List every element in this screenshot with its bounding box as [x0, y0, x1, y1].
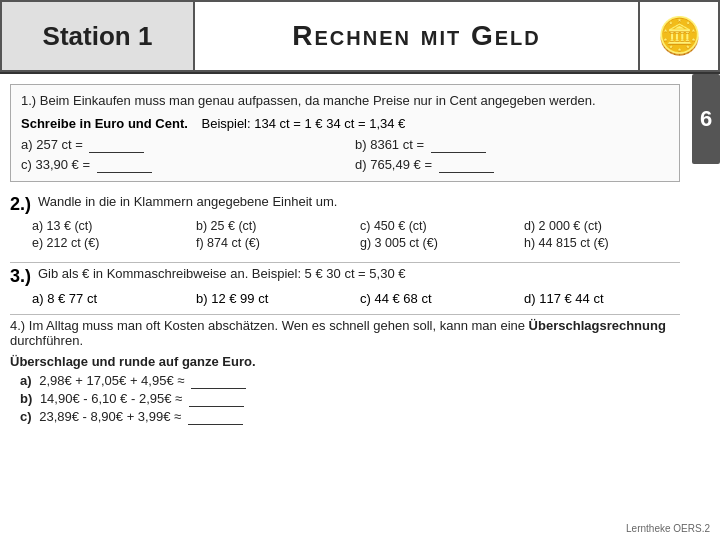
station-block: Station 1 [0, 0, 195, 72]
section2-grid: a) 13 € (ct) b) 25 € (ct) c) 450 € (ct) … [10, 219, 680, 250]
section3-grid: a) 8 € 77 ct b) 12 € 99 ct c) 44 € 68 ct… [10, 291, 680, 306]
exercise-a: a) 257 ct = [21, 137, 335, 153]
letter-a: a) [20, 373, 32, 388]
blank-d [439, 157, 494, 173]
main-content: 1.) Beim Einkaufen muss man genau aufpas… [0, 74, 720, 443]
exercise-b: b) 8361 ct = [355, 137, 669, 153]
section2-desc: Wandle in die in Klammern angegebene Ein… [38, 194, 337, 209]
s2-item-g: g) 3 005 ct (€) [360, 236, 516, 250]
header: Station 1 Rechnen mit Geld 🪙 [0, 0, 720, 74]
coin-icon: 🪙 [657, 15, 702, 57]
exercise-d: d) 765,49 € = [355, 157, 669, 173]
s3-item-d: d) 117 € 44 ct [524, 291, 680, 306]
section2-num: 2.) [10, 194, 32, 215]
divider-2 [10, 314, 680, 315]
exercise-c: c) 33,90 € = [21, 157, 335, 173]
s2-item-c: c) 450 € (ct) [360, 219, 516, 233]
letter-b: b) [20, 391, 32, 406]
s3-item-a: a) 8 € 77 ct [32, 291, 188, 306]
section-4: 4.) Im Alltag muss man oft Kosten abschä… [10, 318, 680, 425]
blank-calc-c [188, 409, 243, 425]
divider-1 [10, 262, 680, 263]
page-title: Rechnen mit Geld [292, 20, 540, 52]
coin-icon-block: 🪙 [640, 0, 720, 72]
station-label: Station 1 [43, 21, 153, 52]
section3-num: 3.) [10, 266, 32, 287]
section4-sub-label: Überschlage und runde auf ganze Euro. [10, 354, 256, 369]
bold-word: Überschlagsrechnung [529, 318, 666, 333]
section3-title: 3.) Gib als € in Kommaschreibweise an. B… [10, 266, 680, 287]
section3-desc: Gib als € in Kommaschreibweise an. Beisp… [38, 266, 405, 281]
beispiel-text: Beispiel: 134 ct = 1 € 34 ct = 1,34 € [201, 116, 405, 131]
section1-intro: 1.) Beim Einkaufen muss man genau aufpas… [21, 93, 669, 108]
schreibe-label: Schreibe in Euro und Cent. [21, 116, 188, 131]
s2-item-b: b) 25 € (ct) [196, 219, 352, 233]
section-2: 2.) Wandle in die in Klammern angegebene… [10, 190, 680, 254]
blank-calc-b [189, 391, 244, 407]
section4-intro: 4.) Im Alltag muss man oft Kosten abschä… [10, 318, 680, 348]
s2-item-d: d) 2 000 € (ct) [524, 219, 680, 233]
blank-b [431, 137, 486, 153]
footer-text: Lerntheke OERS.2 [626, 523, 710, 534]
calc-a: a) 2,98€ + 17,05€ + 4,95€ ≈ [20, 373, 680, 389]
exercises-grid: a) 257 ct = b) 8361 ct = c) 33,90 € = d)… [21, 137, 669, 173]
section2-title: 2.) Wandle in die in Klammern angegebene… [10, 194, 680, 215]
section-1: 1.) Beim Einkaufen muss man genau aufpas… [10, 84, 680, 182]
s2-item-f: f) 874 ct (€) [196, 236, 352, 250]
s2-item-a: a) 13 € (ct) [32, 219, 188, 233]
calc-b: b) 14,90€ - 6,10 € - 2,95€ ≈ [20, 391, 680, 407]
footer: Lerntheke OERS.2 [626, 523, 710, 534]
section-3: 3.) Gib als € in Kommaschreibweise an. B… [10, 266, 680, 306]
blank-calc-a [191, 373, 246, 389]
calc-list: a) 2,98€ + 17,05€ + 4,95€ ≈ b) 14,90€ - … [10, 373, 680, 425]
blank-c [97, 157, 152, 173]
s3-item-c: c) 44 € 68 ct [360, 291, 516, 306]
schreibe-line: Schreibe in Euro und Cent. Beispiel: 134… [21, 116, 669, 131]
section4-sub: Überschlage und runde auf ganze Euro. [10, 354, 680, 369]
blank-a [89, 137, 144, 153]
title-block: Rechnen mit Geld [195, 0, 640, 72]
s2-item-e: e) 212 ct (€) [32, 236, 188, 250]
s3-item-b: b) 12 € 99 ct [196, 291, 352, 306]
s2-item-h: h) 44 815 ct (€) [524, 236, 680, 250]
letter-c: c) [20, 409, 32, 424]
calc-c: c) 23,89€ - 8,90€ + 3,99€ ≈ [20, 409, 680, 425]
